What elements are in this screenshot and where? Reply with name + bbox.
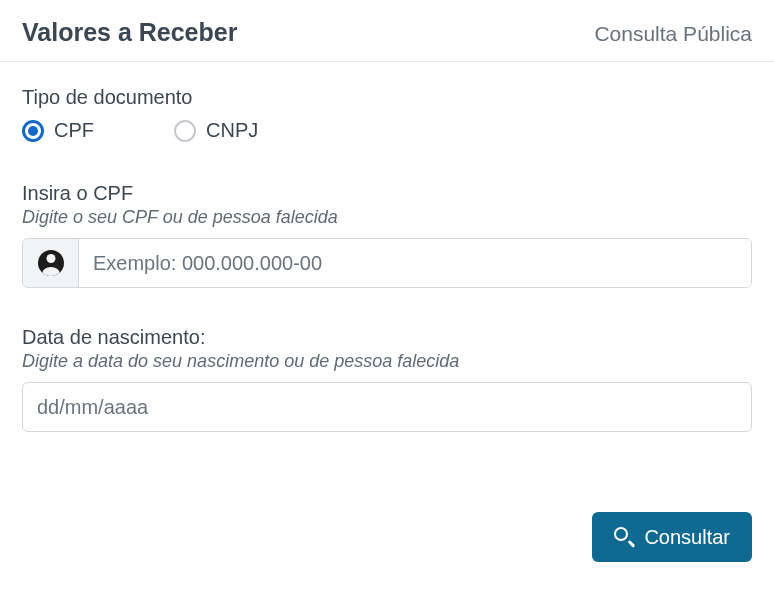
consult-button[interactable]: Consultar: [592, 512, 752, 562]
cpf-input[interactable]: [79, 239, 751, 287]
page-subtitle: Consulta Pública: [594, 22, 752, 46]
dob-input[interactable]: [22, 382, 752, 432]
cpf-hint: Digite o seu CPF ou de pessoa falecida: [22, 207, 752, 228]
radio-cnpj-label: CNPJ: [206, 119, 258, 142]
user-icon: [38, 250, 64, 276]
radio-cpf[interactable]: CPF: [22, 119, 94, 142]
page-title: Valores a Receber: [22, 18, 237, 47]
radio-cpf-indicator: [22, 120, 44, 142]
doc-type-radios: CPF CNPJ: [22, 119, 752, 142]
header: Valores a Receber Consulta Pública: [0, 0, 774, 62]
form-area: Tipo de documento CPF CNPJ Insira o CPF …: [0, 62, 774, 512]
doc-type-label: Tipo de documento: [22, 86, 752, 109]
consult-button-label: Consultar: [644, 526, 730, 549]
cpf-label: Insira o CPF: [22, 182, 752, 205]
cpf-input-addon: [23, 239, 79, 287]
footer: Consultar: [0, 512, 774, 580]
dob-label: Data de nascimento:: [22, 326, 752, 349]
search-icon: [614, 527, 634, 547]
radio-cpf-label: CPF: [54, 119, 94, 142]
dob-hint: Digite a data do seu nascimento ou de pe…: [22, 351, 752, 372]
cpf-input-group: [22, 238, 752, 288]
radio-cnpj[interactable]: CNPJ: [174, 119, 258, 142]
radio-cnpj-indicator: [174, 120, 196, 142]
